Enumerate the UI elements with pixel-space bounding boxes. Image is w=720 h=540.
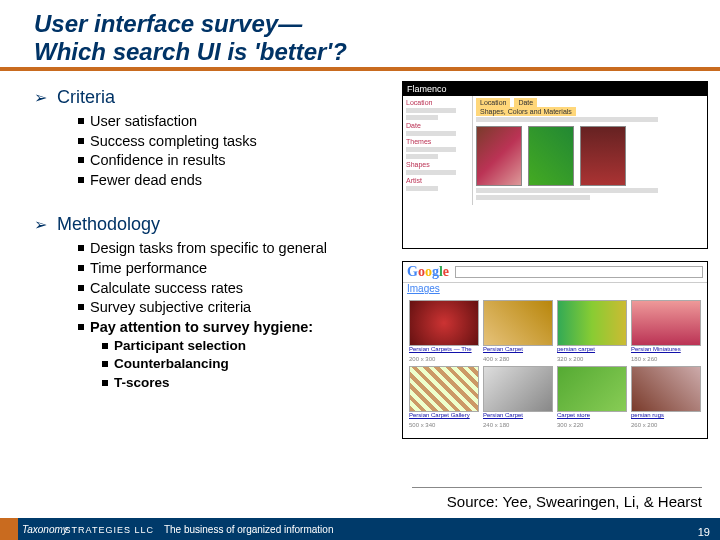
list-item: Fewer dead ends: [78, 171, 394, 191]
source-divider: [412, 487, 702, 488]
text-column: ➢ Criteria User satisfaction Success com…: [34, 81, 394, 451]
footer-tagline: The business of organized information: [164, 524, 334, 535]
flamenco-titlebar: Flamenco: [403, 82, 707, 96]
image-result: Persian Miniatures180 x 260: [631, 300, 701, 362]
list-item: Success completing tasks: [78, 132, 394, 152]
criteria-heading: ➢ Criteria: [34, 87, 394, 108]
list-item: Calculate success rates: [78, 279, 394, 299]
methodology-heading-label: Methodology: [57, 214, 160, 235]
facet-label: Themes: [406, 138, 469, 145]
google-logo: Google: [407, 264, 449, 280]
list-item: User satisfaction: [78, 112, 394, 132]
facet-label: Artist: [406, 177, 469, 184]
facet-label: Shapes: [406, 161, 469, 168]
list-item: Time performance: [78, 259, 394, 279]
result-thumbnail: [476, 126, 522, 186]
slide-footer: Taxonomy STRATEGIES LLC The business of …: [0, 518, 720, 540]
list-item: Pay attention to survey hygiene:: [78, 318, 394, 338]
criteria-list: User satisfaction Success completing tas…: [78, 112, 394, 190]
list-item: Counterbalancing: [102, 355, 394, 373]
search-input: [455, 266, 703, 278]
page-number: 19: [698, 526, 710, 538]
result-thumbnail: [528, 126, 574, 186]
image-result: Persian Carpet240 x 180: [483, 366, 553, 428]
flamenco-screenshot: Flamenco Location Date Themes Shapes Art…: [402, 81, 708, 249]
image-result: Persian Carpet Gallery500 x 340: [409, 366, 479, 428]
result-thumbnail: [580, 126, 626, 186]
chevron-right-icon: ➢: [34, 88, 47, 107]
list-item: Participant selection: [102, 337, 394, 355]
list-item: T-scores: [102, 374, 394, 392]
google-images-screenshot: Google Images Persian Carpets — The200 x…: [402, 261, 708, 439]
image-result: Carpet store300 x 220: [557, 366, 627, 428]
image-result: Persian Carpets — The200 x 300: [409, 300, 479, 362]
title-line-1: User interface survey—: [34, 10, 302, 37]
facet-label: Location: [406, 99, 469, 106]
image-result: persian rugs260 x 200: [631, 366, 701, 428]
title-line-2: Which search UI is 'better'?: [34, 38, 347, 65]
image-result: persian carpet320 x 200: [557, 300, 627, 362]
list-item: Survey subjective criteria: [78, 298, 394, 318]
facet-tab: Date: [514, 98, 537, 107]
source-citation: Source: Yee, Swearingen, Li, & Hearst: [447, 493, 702, 510]
methodology-list: Design tasks from specific to general Ti…: [78, 239, 394, 337]
image-result: Persian Carpet400 x 280: [483, 300, 553, 362]
screenshots-column: Flamenco Location Date Themes Shapes Art…: [394, 81, 708, 451]
image-results-grid: Persian Carpets — The200 x 300 Persian C…: [403, 294, 707, 434]
flamenco-results: Location Date Shapes, Colors and Materia…: [473, 96, 707, 205]
criteria-heading-label: Criteria: [57, 87, 115, 108]
footer-brand-caps: STRATEGIES LLC: [65, 525, 154, 535]
list-item: Confidence in results: [78, 151, 394, 171]
footer-brand-italic: Taxonomy: [22, 524, 68, 535]
images-tab-label: Images: [403, 283, 707, 294]
flamenco-sidebar: Location Date Themes Shapes Artist: [403, 96, 473, 205]
facet-tab: Shapes, Colors and Materials: [476, 107, 576, 116]
footer-accent-icon: [0, 518, 18, 540]
facet-tab: Location: [476, 98, 510, 107]
methodology-heading: ➢ Methodology: [34, 214, 394, 235]
facet-label: Date: [406, 122, 469, 129]
methodology-sublist: Participant selection Counterbalancing T…: [102, 337, 394, 392]
list-item: Design tasks from specific to general: [78, 239, 394, 259]
slide-title: User interface survey— Which search UI i…: [0, 0, 720, 65]
chevron-right-icon: ➢: [34, 215, 47, 234]
